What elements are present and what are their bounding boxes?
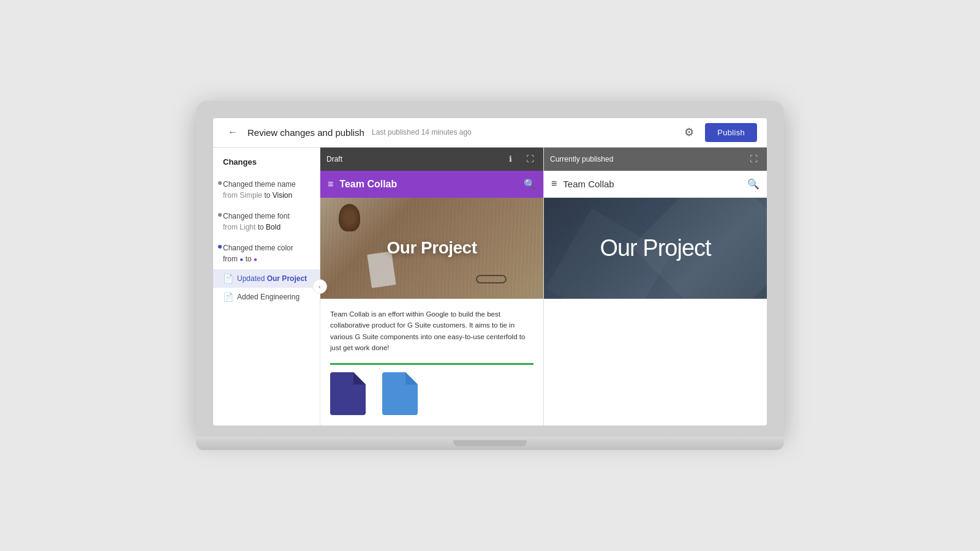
page-label: Updated Our Project — [237, 274, 307, 283]
header: ← Review changes and publish Last publis… — [213, 118, 767, 148]
published-site-title: Team Collab — [563, 179, 741, 189]
draft-hero: Our Project — [320, 198, 543, 299]
files-section — [320, 365, 543, 425]
change-theme-font: Changed theme font from Light to Bold — [213, 206, 320, 238]
draft-body-text: Team Collab is an effort within Google t… — [320, 299, 543, 364]
preview-container: Draft ℹ ⛶ ≡ — [320, 148, 767, 426]
old-color-dot: ● — [239, 256, 243, 263]
published-expand-button[interactable]: ⛶ — [746, 152, 761, 167]
published-hero-title: Our Project — [600, 235, 710, 261]
draft-search-icon[interactable]: 🔍 — [524, 178, 536, 190]
published-pane-header: Currently published ⛶ — [544, 148, 767, 171]
file-icon-2 — [382, 372, 422, 418]
published-pane: Currently published ⛶ ≡ Team Collab — [544, 148, 767, 426]
file-icon-1 — [330, 372, 370, 418]
page-title: Review changes and publish — [247, 127, 364, 138]
draft-info-button[interactable]: ℹ — [503, 152, 518, 167]
draft-label: Draft — [326, 155, 498, 163]
published-nav: ≡ Team Collab 🔍 — [544, 171, 767, 198]
gear-icon: ⚙ — [684, 126, 694, 139]
info-icon: ℹ — [509, 154, 512, 163]
page-label: Added Engineering — [237, 293, 300, 301]
draft-hamburger-icon[interactable]: ≡ — [328, 179, 333, 190]
last-published-label: Last published 14 minutes ago — [372, 128, 472, 137]
change-theme-name: Changed theme name from Simple to Vision — [213, 174, 320, 206]
draft-hero-title: Our Project — [387, 238, 477, 258]
new-color-dot: ● — [254, 256, 257, 263]
publish-button[interactable]: Publish — [705, 123, 757, 142]
change-theme-color: Changed theme color from ● to ● — [213, 238, 320, 269]
draft-pane-header: Draft ℹ ⛶ — [320, 148, 543, 171]
page-icon: 📄 — [223, 274, 233, 283]
draft-expand-button[interactable]: ⛶ — [522, 152, 537, 167]
expand-icon: ⛶ — [750, 154, 758, 163]
published-label: Currently published — [550, 155, 741, 163]
published-hamburger-icon: ≡ — [551, 178, 557, 189]
draft-pane: Draft ℹ ⛶ ≡ — [320, 148, 544, 426]
back-button[interactable]: ← — [223, 122, 243, 142]
settings-button[interactable]: ⚙ — [678, 121, 700, 143]
sidebar-collapse-button[interactable]: ‹ — [312, 279, 327, 294]
chevron-left-icon: ‹ — [318, 283, 320, 290]
page-item-engineering[interactable]: 📄 Added Engineering — [213, 288, 320, 306]
sidebar: Changes Changed theme name from Simple t… — [213, 148, 320, 426]
sidebar-title: Changes — [213, 157, 320, 174]
draft-site-title: Team Collab — [339, 179, 518, 190]
page-icon: 📄 — [223, 292, 233, 302]
draft-site-content[interactable]: ≡ Team Collab 🔍 — [320, 171, 543, 426]
published-hero: Our Project — [544, 198, 767, 299]
page-item-our-project[interactable]: 📄 Updated Our Project — [213, 269, 320, 288]
published-site-content[interactable]: ≡ Team Collab 🔍 Our Project — [544, 171, 767, 426]
main-content: Changes Changed theme name from Simple t… — [213, 148, 767, 426]
draft-nav: ≡ Team Collab 🔍 — [320, 171, 543, 198]
published-search-icon: 🔍 — [747, 178, 760, 190]
expand-icon: ⛶ — [526, 154, 534, 163]
